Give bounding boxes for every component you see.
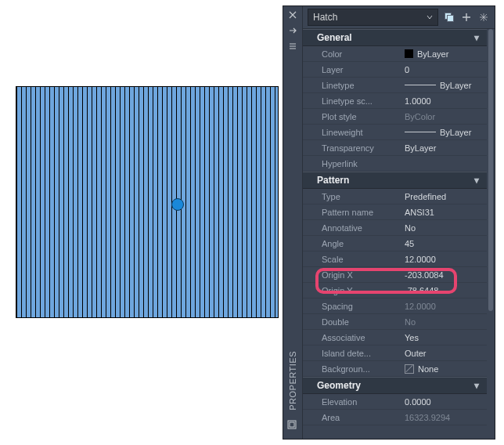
none-swatch-icon: [405, 364, 414, 374]
prop-scale[interactable]: Scale 12.0000: [303, 251, 487, 267]
prop-island-detection[interactable]: Island dete... Outer: [303, 346, 487, 361]
prop-lineweight[interactable]: Lineweight ByLayer: [303, 125, 487, 140]
prop-pattern-name[interactable]: Pattern name ANSI31: [303, 204, 487, 220]
color-swatch-icon: [405, 49, 413, 58]
prop-area: Area 16323.9294: [303, 410, 487, 425]
property-scroll-area: General ▾ Color ByLayer Layer 0 Linetype…: [303, 29, 487, 439]
prop-background-color[interactable]: Backgroun... None: [303, 361, 487, 377]
selection-grip[interactable]: [171, 198, 184, 211]
object-type-value: Hatch: [313, 12, 337, 23]
chevron-down-icon: ▾: [474, 32, 479, 43]
menu-icon[interactable]: [287, 41, 298, 52]
prop-origin-y[interactable]: Origin Y -78.6448: [303, 283, 487, 298]
select-objects-icon[interactable]: [460, 11, 473, 24]
palette-header: Hatch: [303, 6, 495, 29]
palette-title: PROPERTIES: [288, 351, 297, 411]
prop-plotstyle: Plot style ByColor: [303, 109, 487, 125]
prop-spacing: Spacing 12.0000: [303, 298, 487, 314]
hatch-pattern-preview: [16, 87, 278, 317]
properties-palette: PROPERTIES Hatch: [283, 6, 495, 439]
linetype-sample-icon: [405, 85, 436, 85]
section-header-geometry[interactable]: Geometry ▾: [303, 377, 487, 394]
palette-sidebar: PROPERTIES: [283, 6, 303, 439]
object-type-dropdown[interactable]: Hatch: [308, 9, 438, 26]
quick-select-icon[interactable]: [477, 11, 490, 24]
section-header-pattern[interactable]: Pattern ▾: [303, 172, 487, 189]
prop-double: Double No: [303, 314, 487, 330]
prop-color[interactable]: Color ByLayer: [303, 46, 487, 62]
chevron-down-icon: ▾: [474, 175, 479, 186]
prop-ltscale[interactable]: Linetype sc... 1.0000: [303, 93, 487, 109]
prop-transparency[interactable]: Transparency ByLayer: [303, 140, 487, 156]
prop-linetype[interactable]: Linetype ByLayer: [303, 78, 487, 93]
close-icon[interactable]: [287, 9, 298, 20]
auto-hide-icon[interactable]: [287, 25, 298, 36]
prop-angle[interactable]: Angle 45: [303, 236, 487, 251]
prop-pattern-type[interactable]: Type Predefined: [303, 189, 487, 204]
svg-rect-3: [448, 16, 454, 22]
prop-origin-x[interactable]: Origin X -203.0084: [303, 267, 487, 283]
drawing-canvas[interactable]: [16, 86, 279, 318]
toggle-pickadd-icon[interactable]: [443, 11, 455, 24]
scrollbar-thumb[interactable]: [488, 29, 493, 311]
chevron-down-icon: [427, 12, 433, 23]
prop-annotative[interactable]: Annotative No: [303, 220, 487, 236]
lineweight-sample-icon: [405, 132, 436, 132]
section-header-general[interactable]: General ▾: [303, 29, 487, 46]
settings-icon[interactable]: [287, 420, 298, 431]
vertical-scrollbar[interactable]: [487, 29, 495, 439]
chevron-down-icon: ▾: [474, 380, 479, 391]
prop-associative[interactable]: Associative Yes: [303, 330, 487, 346]
prop-elevation[interactable]: Elevation 0.0000: [303, 394, 487, 410]
prop-layer[interactable]: Layer 0: [303, 62, 487, 78]
svg-rect-1: [290, 422, 294, 427]
prop-hyperlink[interactable]: Hyperlink: [303, 156, 487, 172]
